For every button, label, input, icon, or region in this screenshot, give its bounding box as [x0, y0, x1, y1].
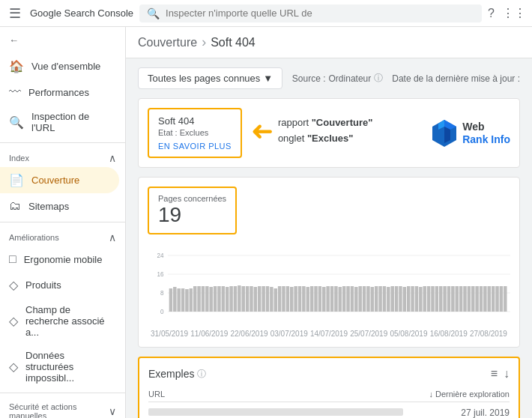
coverage-icon: 📄: [9, 173, 24, 187]
svg-rect-16: [181, 288, 184, 312]
svg-rect-94: [495, 286, 498, 312]
svg-rect-56: [342, 286, 345, 312]
pages-card-value: 19: [158, 203, 226, 227]
learn-more-link[interactable]: EN SAVOIR PLUS: [158, 142, 232, 151]
col-date-header: ↓ Dernière exploration: [423, 387, 510, 402]
main-content: Couverture › Soft 404 Toutes les pages c…: [126, 27, 532, 418]
sidebar-divider-1: [0, 142, 125, 143]
svg-rect-75: [419, 287, 422, 312]
date-cell-1: 27 juil. 2019: [423, 402, 510, 419]
status-card-state: Etat : Exclues: [158, 128, 232, 137]
filter-button[interactable]: Toutes les pages connues ▼: [138, 67, 282, 89]
svg-rect-89: [475, 286, 478, 312]
breadcrumb-separator: ›: [202, 34, 206, 50]
svg-rect-45: [298, 286, 301, 312]
sidebar-item-sitemaps[interactable]: 🗂 Sitemaps: [0, 193, 119, 219]
url-placeholder-1: [148, 408, 403, 416]
svg-rect-68: [390, 286, 393, 312]
svg-rect-66: [383, 286, 386, 312]
table-row: 27 juil. 2019: [148, 402, 510, 419]
webrankinfo-web: Web: [462, 121, 510, 133]
examples-title: Exemples ⓘ: [148, 368, 206, 381]
svg-rect-93: [492, 286, 495, 312]
ameliorations-section-label: Améliorations: [9, 233, 59, 242]
svg-rect-82: [447, 286, 450, 312]
ameliorations-chevron-icon: ∧: [109, 231, 116, 243]
svg-rect-24: [214, 286, 217, 312]
security-section-label: Sécurité et actions manuelles: [9, 402, 109, 418]
svg-rect-29: [234, 286, 237, 312]
annotation-text: rapport "Couverture" onglet "Exclues": [278, 115, 373, 147]
svg-rect-17: [185, 289, 188, 312]
download-icon[interactable]: ↓: [504, 367, 510, 381]
svg-rect-13: [169, 288, 172, 312]
svg-rect-95: [500, 286, 503, 312]
app-title: Google Search Console: [30, 7, 133, 19]
sidebar-label-sitemaps: Sitemaps: [28, 201, 69, 212]
sidebar-item-structured[interactable]: ◇ Données structurées impossibl...: [0, 344, 119, 390]
svg-rect-34: [254, 287, 257, 312]
svg-text:24: 24: [157, 252, 164, 260]
sidebar-divider-2: [0, 222, 125, 222]
breadcrumb: Couverture › Soft 404: [126, 27, 532, 58]
sidebar-label-mobile: Ergonomie mobile: [24, 254, 103, 265]
sidebar-label-coverage: Couverture: [31, 175, 79, 186]
content-area: Toutes les pages connues ▼ Source : Ordi…: [126, 58, 532, 418]
search-bar[interactable]: 🔍: [139, 4, 482, 22]
svg-rect-37: [266, 286, 269, 312]
svg-rect-86: [463, 286, 466, 312]
filter-rows-icon[interactable]: ≡: [491, 367, 498, 381]
source-value: Ordinateur: [329, 73, 372, 84]
svg-rect-73: [411, 286, 414, 312]
svg-rect-62: [366, 286, 369, 312]
table-header-row: URL ↓ Dernière exploration: [148, 387, 510, 402]
svg-rect-19: [193, 286, 196, 312]
sidebar-item-mobile[interactable]: □ Ergonomie mobile: [0, 246, 119, 272]
svg-rect-76: [423, 286, 426, 312]
sidebar-section-index[interactable]: Index ∧: [0, 146, 125, 167]
svg-rect-47: [306, 287, 309, 312]
search-input[interactable]: [166, 7, 474, 19]
svg-rect-23: [209, 287, 212, 312]
sidebar-item-search-field[interactable]: ◇ Champ de recherche associé a...: [0, 298, 119, 344]
home-icon: 🏠: [9, 59, 24, 73]
svg-rect-78: [431, 286, 434, 312]
help-icon[interactable]: ?: [488, 7, 495, 20]
menu-icon[interactable]: ☰: [6, 2, 24, 25]
svg-rect-53: [330, 286, 333, 312]
sidebar-label-search-field: Champ de recherche associé a...: [25, 304, 110, 338]
filter-chevron-icon: ▼: [263, 73, 273, 84]
sitemaps-icon: 🗂: [9, 199, 21, 213]
examples-header: Exemples ⓘ ≡ ↓: [148, 367, 510, 381]
sidebar-collapse-button[interactable]: ←: [0, 27, 125, 53]
products-icon: ◇: [9, 278, 18, 292]
svg-rect-85: [459, 286, 462, 312]
index-chevron-icon: ∧: [109, 152, 116, 164]
sidebar-item-coverage[interactable]: 📄 Couverture: [0, 167, 119, 193]
sidebar-item-products[interactable]: ◇ Produits: [0, 272, 119, 298]
svg-rect-91: [483, 286, 486, 312]
examples-info-icon[interactable]: ⓘ: [197, 368, 206, 381]
source-label: Source :: [292, 73, 326, 84]
apps-icon[interactable]: ⋮⋮: [502, 6, 526, 20]
webrankinfo-rankinfo: Rank Info: [462, 133, 510, 146]
sidebar-item-performance[interactable]: 〰 Performances: [0, 79, 119, 105]
webrankinfo-icon: [431, 118, 458, 148]
search-field-icon: ◇: [9, 314, 18, 328]
breadcrumb-parent[interactable]: Couverture: [138, 36, 197, 49]
sidebar-section-ameliorations[interactable]: Améliorations ∧: [0, 225, 125, 246]
sidebar-item-overview[interactable]: 🏠 Vue d'ensemble: [0, 53, 119, 79]
svg-rect-71: [403, 287, 406, 312]
svg-rect-48: [310, 286, 313, 312]
svg-rect-52: [326, 286, 329, 312]
svg-rect-65: [378, 286, 381, 312]
chevron-left-icon: ←: [9, 34, 19, 46]
svg-rect-14: [173, 287, 176, 312]
svg-rect-92: [488, 286, 491, 312]
sidebar-section-security[interactable]: Sécurité et actions manuelles ∨: [0, 396, 125, 418]
svg-rect-36: [262, 286, 265, 312]
sidebar-item-url-inspect[interactable]: 🔍 Inspection de l'URL: [0, 105, 119, 139]
source-info-icon[interactable]: ⓘ: [374, 72, 383, 85]
svg-rect-83: [451, 286, 454, 312]
svg-rect-67: [387, 287, 390, 312]
